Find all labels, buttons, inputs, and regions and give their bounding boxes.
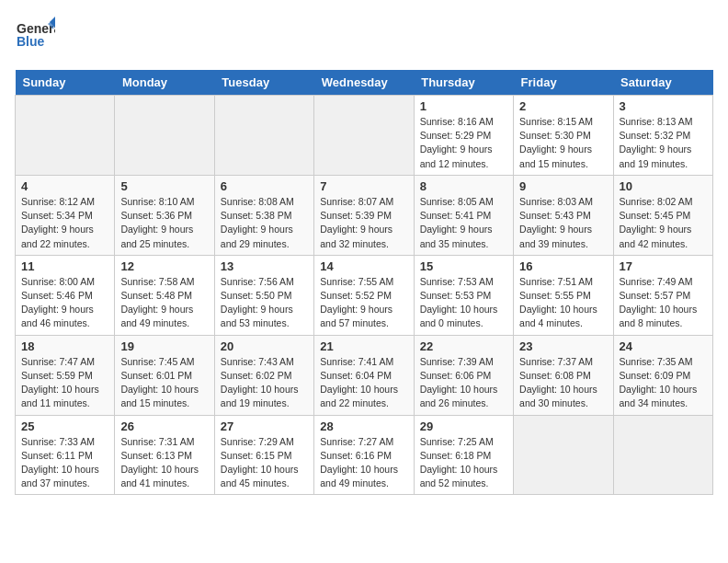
day-number: 6 (221, 179, 308, 193)
calendar-cell: 16Sunrise: 7:51 AM Sunset: 5:55 PM Dayli… (514, 255, 613, 335)
day-number: 7 (320, 179, 407, 193)
weekday-header-row: SundayMondayTuesdayWednesdayThursdayFrid… (16, 70, 713, 96)
calendar-cell: 15Sunrise: 7:53 AM Sunset: 5:53 PM Dayli… (414, 255, 513, 335)
day-number: 28 (320, 419, 407, 433)
day-number: 22 (420, 339, 507, 353)
day-info: Sunrise: 7:25 AM Sunset: 6:18 PM Dayligh… (420, 435, 507, 491)
calendar-cell: 18Sunrise: 7:47 AM Sunset: 5:59 PM Dayli… (16, 335, 115, 415)
day-number: 27 (221, 419, 308, 433)
day-number: 20 (221, 339, 308, 353)
calendar-cell: 6Sunrise: 8:08 AM Sunset: 5:38 PM Daylig… (214, 175, 313, 255)
weekday-header-thursday: Thursday (414, 70, 513, 96)
day-number: 19 (120, 339, 208, 353)
day-number: 25 (21, 419, 108, 433)
day-info: Sunrise: 7:37 AM Sunset: 6:08 PM Dayligh… (519, 355, 607, 411)
day-number: 10 (620, 179, 707, 193)
day-number: 24 (620, 339, 707, 353)
calendar-cell (514, 415, 613, 495)
day-info: Sunrise: 7:39 AM Sunset: 6:06 PM Dayligh… (420, 355, 507, 411)
day-info: Sunrise: 8:10 AM Sunset: 5:36 PM Dayligh… (120, 195, 208, 251)
day-number: 15 (420, 259, 507, 273)
day-info: Sunrise: 7:35 AM Sunset: 6:09 PM Dayligh… (620, 355, 707, 411)
day-number: 1 (420, 99, 507, 113)
day-number: 18 (21, 339, 108, 353)
day-number: 11 (21, 259, 108, 273)
day-number: 8 (420, 179, 507, 193)
weekday-header-tuesday: Tuesday (214, 70, 313, 96)
calendar-cell: 4Sunrise: 8:12 AM Sunset: 5:34 PM Daylig… (16, 175, 115, 255)
calendar-cell: 24Sunrise: 7:35 AM Sunset: 6:09 PM Dayli… (613, 335, 712, 415)
logo: General Blue (15, 15, 55, 59)
calendar-cell: 28Sunrise: 7:27 AM Sunset: 6:16 PM Dayli… (314, 415, 414, 495)
calendar-cell: 29Sunrise: 7:25 AM Sunset: 6:18 PM Dayli… (414, 415, 513, 495)
day-info: Sunrise: 7:55 AM Sunset: 5:52 PM Dayligh… (320, 275, 407, 331)
calendar-cell: 21Sunrise: 7:41 AM Sunset: 6:04 PM Dayli… (314, 335, 414, 415)
weekday-header-sunday: Sunday (16, 70, 115, 96)
day-info: Sunrise: 7:41 AM Sunset: 6:04 PM Dayligh… (320, 355, 407, 411)
calendar-cell (16, 96, 115, 176)
day-info: Sunrise: 7:31 AM Sunset: 6:13 PM Dayligh… (120, 435, 208, 491)
calendar-cell: 5Sunrise: 8:10 AM Sunset: 5:36 PM Daylig… (115, 175, 214, 255)
day-info: Sunrise: 7:56 AM Sunset: 5:50 PM Dayligh… (221, 275, 308, 331)
week-row-2: 4Sunrise: 8:12 AM Sunset: 5:34 PM Daylig… (16, 175, 713, 255)
calendar-cell (214, 96, 313, 176)
weekday-header-monday: Monday (115, 70, 214, 96)
calendar-cell: 26Sunrise: 7:31 AM Sunset: 6:13 PM Dayli… (115, 415, 214, 495)
day-info: Sunrise: 7:43 AM Sunset: 6:02 PM Dayligh… (221, 355, 308, 411)
day-number: 12 (120, 259, 208, 273)
day-info: Sunrise: 7:29 AM Sunset: 6:15 PM Dayligh… (221, 435, 308, 491)
week-row-4: 18Sunrise: 7:47 AM Sunset: 5:59 PM Dayli… (16, 335, 713, 415)
day-number: 16 (519, 259, 607, 273)
calendar-cell (613, 415, 712, 495)
day-info: Sunrise: 7:58 AM Sunset: 5:48 PM Dayligh… (120, 275, 208, 331)
calendar-cell (115, 96, 214, 176)
day-number: 23 (519, 339, 607, 353)
day-info: Sunrise: 8:08 AM Sunset: 5:38 PM Dayligh… (221, 195, 308, 251)
day-number: 26 (120, 419, 208, 433)
day-number: 5 (120, 179, 208, 193)
day-number: 2 (519, 99, 607, 113)
week-row-1: 1Sunrise: 8:16 AM Sunset: 5:29 PM Daylig… (16, 96, 713, 176)
calendar-cell: 3Sunrise: 8:13 AM Sunset: 5:32 PM Daylig… (613, 96, 712, 176)
calendar-cell: 8Sunrise: 8:05 AM Sunset: 5:41 PM Daylig… (414, 175, 513, 255)
calendar-cell: 9Sunrise: 8:03 AM Sunset: 5:43 PM Daylig… (514, 175, 613, 255)
logo-icon: General Blue (15, 15, 55, 55)
day-info: Sunrise: 7:51 AM Sunset: 5:55 PM Dayligh… (519, 275, 607, 331)
calendar-cell: 22Sunrise: 7:39 AM Sunset: 6:06 PM Dayli… (414, 335, 513, 415)
day-number: 13 (221, 259, 308, 273)
weekday-header-friday: Friday (514, 70, 613, 96)
calendar-cell (314, 96, 414, 176)
day-number: 4 (21, 179, 108, 193)
calendar-cell: 23Sunrise: 7:37 AM Sunset: 6:08 PM Dayli… (514, 335, 613, 415)
weekday-header-saturday: Saturday (613, 70, 712, 96)
day-info: Sunrise: 7:33 AM Sunset: 6:11 PM Dayligh… (21, 435, 108, 491)
calendar-cell: 20Sunrise: 7:43 AM Sunset: 6:02 PM Dayli… (214, 335, 313, 415)
day-info: Sunrise: 7:47 AM Sunset: 5:59 PM Dayligh… (21, 355, 108, 411)
calendar-cell: 17Sunrise: 7:49 AM Sunset: 5:57 PM Dayli… (613, 255, 712, 335)
calendar-table: SundayMondayTuesdayWednesdayThursdayFrid… (15, 70, 713, 495)
day-info: Sunrise: 7:45 AM Sunset: 6:01 PM Dayligh… (120, 355, 208, 411)
header: General Blue (15, 15, 713, 59)
day-number: 21 (320, 339, 407, 353)
week-row-5: 25Sunrise: 7:33 AM Sunset: 6:11 PM Dayli… (16, 415, 713, 495)
day-info: Sunrise: 7:53 AM Sunset: 5:53 PM Dayligh… (420, 275, 507, 331)
calendar-cell: 27Sunrise: 7:29 AM Sunset: 6:15 PM Dayli… (214, 415, 313, 495)
day-info: Sunrise: 8:16 AM Sunset: 5:29 PM Dayligh… (420, 115, 507, 171)
calendar-cell: 7Sunrise: 8:07 AM Sunset: 5:39 PM Daylig… (314, 175, 414, 255)
day-number: 29 (420, 419, 507, 433)
calendar-cell: 14Sunrise: 7:55 AM Sunset: 5:52 PM Dayli… (314, 255, 414, 335)
day-info: Sunrise: 8:15 AM Sunset: 5:30 PM Dayligh… (519, 115, 607, 171)
day-info: Sunrise: 8:03 AM Sunset: 5:43 PM Dayligh… (519, 195, 607, 251)
calendar-cell: 1Sunrise: 8:16 AM Sunset: 5:29 PM Daylig… (414, 96, 513, 176)
calendar-cell: 2Sunrise: 8:15 AM Sunset: 5:30 PM Daylig… (514, 96, 613, 176)
day-info: Sunrise: 8:05 AM Sunset: 5:41 PM Dayligh… (420, 195, 507, 251)
calendar-cell: 25Sunrise: 7:33 AM Sunset: 6:11 PM Dayli… (16, 415, 115, 495)
calendar-cell: 11Sunrise: 8:00 AM Sunset: 5:46 PM Dayli… (16, 255, 115, 335)
day-info: Sunrise: 8:00 AM Sunset: 5:46 PM Dayligh… (21, 275, 108, 331)
day-number: 14 (320, 259, 407, 273)
day-info: Sunrise: 7:27 AM Sunset: 6:16 PM Dayligh… (320, 435, 407, 491)
day-info: Sunrise: 8:12 AM Sunset: 5:34 PM Dayligh… (21, 195, 108, 251)
day-number: 9 (519, 179, 607, 193)
day-number: 3 (620, 99, 707, 113)
calendar-cell: 13Sunrise: 7:56 AM Sunset: 5:50 PM Dayli… (214, 255, 313, 335)
